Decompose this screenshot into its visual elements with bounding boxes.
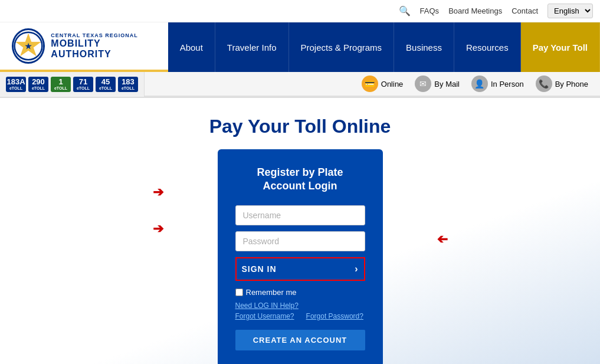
arrow-password: ➔ <box>153 221 163 237</box>
logo-big-text: MOBILITY AUTHORITY <box>51 38 156 60</box>
nav-pay-toll[interactable]: Pay Your Toll <box>521 22 600 72</box>
badge-71[interactable]: 71eTOLL <box>73 77 93 92</box>
page-title: Pay Your Toll Online <box>209 116 391 137</box>
log-in-help-link[interactable]: Need LOG IN Help? <box>235 301 365 310</box>
mail-label: By Mail <box>434 80 460 88</box>
phone-icon: 📞 <box>536 76 552 92</box>
pay-online[interactable]: 💳 Online <box>362 76 404 92</box>
forgot-username-link[interactable]: Forgot Username? <box>235 312 294 320</box>
logo-small-text: CENTRAL TEXAS REGIONAL <box>51 32 156 38</box>
pay-in-person[interactable]: 👤 In Person <box>471 76 524 92</box>
pay-by-mail[interactable]: ✉ By Mail <box>415 76 460 92</box>
badge-45[interactable]: 45eTOLL <box>96 77 116 92</box>
remember-me-row: Remember me <box>235 288 365 297</box>
online-label: Online <box>381 80 404 88</box>
arrows-left: ➔ ➔ <box>153 185 163 237</box>
badge-1[interactable]: 1eTOLL <box>51 77 71 92</box>
road-badges: 183AeTOLL 290eTOLL 1eTOLL 71eTOLL 45eTOL… <box>0 72 145 97</box>
remember-me-checkbox[interactable] <box>235 288 243 296</box>
nav-projects[interactable]: Projects & Programs <box>289 22 395 72</box>
links-row: Need LOG IN Help? Forgot Username? Forgo… <box>235 301 365 320</box>
second-row: 183AeTOLL 290eTOLL 1eTOLL 71eTOLL 45eTOL… <box>0 72 600 98</box>
password-input[interactable] <box>235 231 365 251</box>
online-icon: 💳 <box>362 76 378 92</box>
logo-star: ★ <box>12 28 45 64</box>
header: ★ CENTRAL TEXAS REGIONAL MOBILITY AUTHOR… <box>0 22 600 72</box>
nav-about[interactable]: About <box>168 22 215 72</box>
arrow-username: ➔ <box>153 185 163 200</box>
remember-me-label: Remember me <box>246 288 297 297</box>
main-nav: About Traveler Info Projects & Programs … <box>168 22 600 72</box>
nav-business[interactable]: Business <box>394 22 454 72</box>
forgot-password-link[interactable]: Forgot Password? <box>306 312 363 320</box>
contact-link[interactable]: Contact <box>512 6 538 15</box>
language-select[interactable]: English <box>547 4 593 18</box>
by-phone-label: By Phone <box>555 80 588 88</box>
sign-in-button[interactable]: SIGN IN › <box>235 257 365 281</box>
svg-text:★: ★ <box>25 42 32 51</box>
card-title: Register by PlateAccount Login <box>235 166 365 194</box>
badge-183a[interactable]: 183AeTOLL <box>6 77 26 92</box>
login-wrapper: ➔ ➔ ➔ Register by PlateAccount Login SIG… <box>218 149 383 364</box>
person-icon: 👤 <box>471 76 488 92</box>
pay-by-phone[interactable]: 📞 By Phone <box>536 76 588 92</box>
mail-icon: ✉ <box>415 76 431 92</box>
logo-text: CENTRAL TEXAS REGIONAL MOBILITY AUTHORIT… <box>51 32 156 60</box>
top-bar: 🔍 FAQs Board Meetings Contact English <box>0 0 600 22</box>
forgot-row: Forgot Username? Forgot Password? <box>235 312 365 320</box>
pay-method-bar: 💳 Online ✉ By Mail 👤 In Person 📞 By Phon… <box>145 72 600 97</box>
username-input[interactable] <box>235 205 365 225</box>
in-person-label: In Person <box>491 80 524 88</box>
nav-traveler-info[interactable]: Traveler Info <box>215 22 289 72</box>
nav-resources[interactable]: Resources <box>454 22 521 72</box>
sign-in-arrow: › <box>355 264 358 274</box>
sign-in-label: SIGN IN <box>242 264 277 274</box>
faqs-link[interactable]: FAQs <box>420 6 440 15</box>
badge-183[interactable]: 183eTOLL <box>118 77 138 92</box>
login-card: Register by PlateAccount Login SIGN IN ›… <box>218 149 383 364</box>
logo-area: ★ CENTRAL TEXAS REGIONAL MOBILITY AUTHOR… <box>0 22 168 72</box>
arrow-signin: ➔ <box>437 232 448 247</box>
badge-290[interactable]: 290eTOLL <box>28 77 48 92</box>
search-icon[interactable]: 🔍 <box>399 5 411 17</box>
create-account-button[interactable]: CREATE AN ACCOUNT <box>235 330 365 350</box>
main-content: Pay Your Toll Online ➔ ➔ ➔ Register by P… <box>0 98 600 364</box>
board-meetings-link[interactable]: Board Meetings <box>448 6 502 15</box>
